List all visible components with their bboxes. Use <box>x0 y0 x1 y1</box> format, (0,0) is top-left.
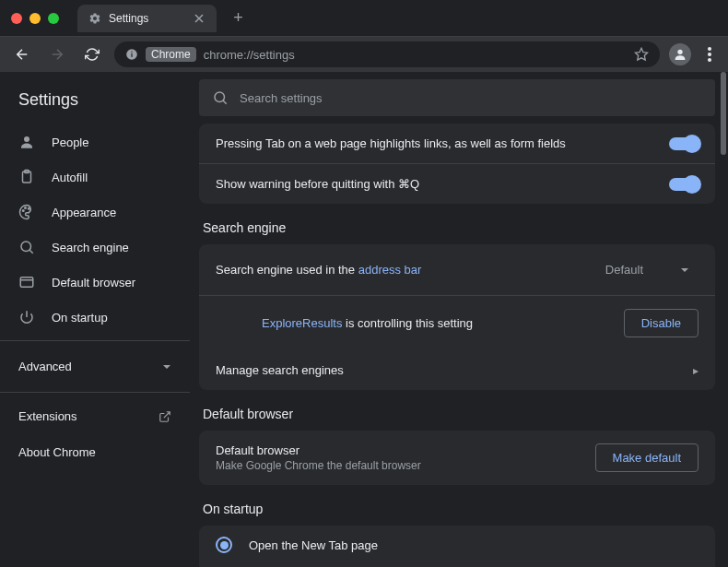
sidebar-item-label: Search engine <box>52 241 129 254</box>
address-bar-link[interactable]: address bar <box>358 263 422 277</box>
sidebar-item-people[interactable]: People <box>0 124 190 159</box>
tab-highlight-row: Pressing Tab on a web page highlights li… <box>199 124 715 163</box>
sidebar-extensions-link[interactable]: Extensions <box>0 398 190 434</box>
accessibility-card: Pressing Tab on a web page highlights li… <box>199 124 715 204</box>
default-browser-card: Default browser Make Google Chrome the d… <box>199 431 715 485</box>
svg-point-6 <box>708 53 711 56</box>
sidebar-about-link[interactable]: About Chrome <box>0 434 190 470</box>
tab-highlight-toggle[interactable] <box>669 137 699 150</box>
browser-tab[interactable]: Settings <box>77 5 217 32</box>
toolbar: Chrome chrome://settings <box>0 37 728 72</box>
make-default-button[interactable]: Make default <box>595 443 699 472</box>
default-browser-row: Default browser Make Google Chrome the d… <box>199 431 715 485</box>
row-label: Pressing Tab on a web page highlights li… <box>216 136 566 150</box>
profile-avatar[interactable] <box>669 43 691 65</box>
reload-button[interactable] <box>79 41 105 67</box>
extension-controlling-row: ExploreResults is controlling this setti… <box>199 295 715 350</box>
divider <box>0 340 190 341</box>
scrollbar-thumb[interactable] <box>721 72 726 155</box>
radio-button[interactable] <box>216 537 232 553</box>
new-tab-button[interactable]: + <box>233 8 243 28</box>
sidebar: Settings People Autofill Appearance Sear… <box>0 72 190 567</box>
tab-title: Settings <box>109 12 148 25</box>
chevron-down-icon <box>680 266 689 275</box>
palette-icon <box>18 204 35 220</box>
search-input[interactable] <box>240 91 702 105</box>
radio-label: Open the New Tab page <box>249 538 378 552</box>
divider <box>0 392 190 393</box>
controlling-suffix: is controlling this setting <box>346 316 473 330</box>
row-subtitle: Make Google Chrome the default browser <box>216 459 421 472</box>
on-startup-section-title: On startup <box>203 502 715 516</box>
search-engine-card: Search engine used in the address bar De… <box>199 244 715 390</box>
chevron-down-icon <box>162 362 171 372</box>
controlling-text: ExploreResults is controlling this setti… <box>216 316 624 330</box>
extensions-label: Extensions <box>18 409 77 423</box>
kebab-menu-icon[interactable] <box>700 41 719 67</box>
clipboard-icon <box>18 169 35 185</box>
site-info-icon[interactable] <box>125 48 138 61</box>
sidebar-advanced-toggle[interactable]: Advanced <box>0 347 190 386</box>
svg-point-8 <box>24 136 29 142</box>
sidebar-item-label: On startup <box>52 311 108 325</box>
svg-rect-1 <box>131 53 132 57</box>
url-scheme-badge: Chrome <box>146 47 196 62</box>
row-label: Search engine used in the address bar <box>216 263 421 277</box>
svg-point-14 <box>21 242 31 252</box>
back-button[interactable] <box>9 41 35 67</box>
close-tab-button[interactable] <box>193 12 205 25</box>
extension-name-link[interactable]: ExploreResults <box>262 316 342 330</box>
row-label: Manage search engines <box>216 363 344 377</box>
select-value: Default <box>605 263 643 277</box>
search-engine-used-row: Search engine used in the address bar De… <box>199 244 715 295</box>
default-browser-section-title: Default browser <box>203 407 715 421</box>
quit-warning-row: Show warning before quitting with ⌘Q <box>199 163 715 204</box>
main-content: Pressing Tab on a web page highlights li… <box>190 72 728 567</box>
about-label: About Chrome <box>18 445 96 459</box>
svg-point-4 <box>677 50 682 54</box>
svg-point-5 <box>708 47 711 51</box>
svg-point-11 <box>23 210 25 212</box>
close-window-button[interactable] <box>11 13 22 24</box>
quit-warning-toggle[interactable] <box>669 178 699 191</box>
url-text: chrome://settings <box>204 48 295 62</box>
row-label-text: Search engine used in the <box>216 263 355 277</box>
search-engine-section-title: Search engine <box>203 220 715 235</box>
sidebar-item-label: People <box>52 136 88 149</box>
svg-marker-3 <box>635 48 647 60</box>
search-icon <box>18 239 35 255</box>
sidebar-item-autofill[interactable]: Autofill <box>0 159 190 195</box>
address-bar[interactable]: Chrome chrome://settings <box>114 41 660 67</box>
search-engine-select[interactable]: Default <box>596 257 699 282</box>
svg-point-16 <box>215 92 225 102</box>
scrollbar[interactable] <box>721 72 726 567</box>
window-titlebar: Settings + <box>0 0 728 37</box>
maximize-window-button[interactable] <box>48 13 59 24</box>
sidebar-item-default-browser[interactable]: Default browser <box>0 265 190 300</box>
startup-option-new-tab[interactable]: Open the New Tab page <box>199 526 715 564</box>
chevron-right-icon: ▸ <box>693 364 699 377</box>
sidebar-item-label: Autofill <box>52 171 88 184</box>
sidebar-item-search-engine[interactable]: Search engine <box>0 230 190 265</box>
forward-button[interactable] <box>44 41 70 67</box>
svg-point-13 <box>29 208 30 210</box>
traffic-lights <box>11 13 59 24</box>
sidebar-item-label: Appearance <box>52 206 116 219</box>
disable-extension-button[interactable]: Disable <box>624 309 699 337</box>
sidebar-item-on-startup[interactable]: On startup <box>0 300 190 335</box>
minimize-window-button[interactable] <box>29 13 41 24</box>
gear-icon <box>88 12 101 25</box>
search-icon <box>212 89 229 106</box>
browser-icon <box>18 274 35 290</box>
svg-rect-2 <box>131 52 132 53</box>
external-link-icon <box>159 410 171 423</box>
sidebar-item-label: Default browser <box>52 276 135 289</box>
manage-search-engines-row[interactable]: Manage search engines ▸ <box>199 350 715 390</box>
row-title: Default browser <box>216 443 421 457</box>
sidebar-item-appearance[interactable]: Appearance <box>0 195 190 230</box>
svg-rect-15 <box>20 278 33 288</box>
search-settings-field[interactable] <box>199 79 715 116</box>
on-startup-card: Open the New Tab page Continue where you… <box>199 526 715 567</box>
bookmark-star-icon[interactable] <box>634 47 649 62</box>
row-label: Show warning before quitting with ⌘Q <box>216 177 419 191</box>
